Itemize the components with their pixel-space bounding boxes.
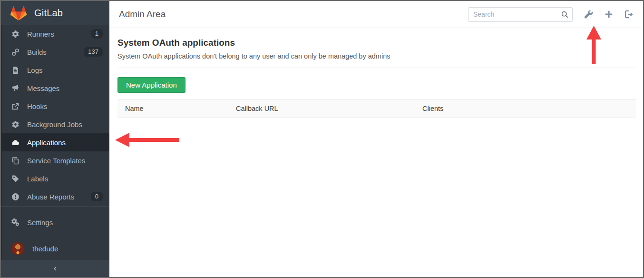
gitlab-admin-window: GitLab Runners1Builds137LogsMessagesHook… xyxy=(0,0,644,278)
content-divider xyxy=(117,68,636,68)
sidebar-item-labels[interactable]: Labels xyxy=(1,169,109,188)
username: thedude xyxy=(32,245,58,253)
section-description: System OAuth applications don't belong t… xyxy=(117,52,636,60)
copy-icon xyxy=(11,157,20,165)
plus-icon xyxy=(604,10,614,19)
new-application-button[interactable]: New Application xyxy=(117,77,185,93)
count-badge: 1 xyxy=(91,29,103,39)
bullhorn-icon xyxy=(11,84,20,92)
chevron-left-icon xyxy=(52,266,59,272)
cloud-icon xyxy=(11,139,20,147)
current-user[interactable]: thedude xyxy=(1,239,109,258)
sidebar-item-label: Messages xyxy=(27,84,103,92)
count-badge: 137 xyxy=(84,47,103,57)
search-icon xyxy=(561,10,569,19)
sidebar-item-label: Abuse Reports xyxy=(27,193,91,201)
sidebar-item-label: Service Templates xyxy=(27,157,103,165)
header-actions xyxy=(468,7,643,22)
sidebar-item-label: Logs xyxy=(27,66,103,74)
sidebar-item-label: Hooks xyxy=(27,102,103,110)
sidebar-item-label: Labels xyxy=(27,175,103,183)
file-icon xyxy=(11,66,20,74)
tag-icon xyxy=(11,175,20,183)
section-heading: System OAuth applications xyxy=(117,38,636,48)
tanuki-icon xyxy=(10,5,27,21)
search-input[interactable] xyxy=(468,7,573,22)
sidebar-item-label: Builds xyxy=(27,48,84,56)
gitlab-logo[interactable]: GitLab xyxy=(1,1,109,25)
top-header: Admin Area xyxy=(109,1,643,28)
column-header-clients: Clients xyxy=(422,105,636,112)
applications-table-header: NameCallback URLClients xyxy=(117,99,636,118)
search-box xyxy=(468,7,573,22)
sidebar-item-abuse-reports[interactable]: Abuse Reports0 xyxy=(1,188,109,206)
sidebar-item-label: Settings xyxy=(27,218,103,227)
sidebar-item-applications[interactable]: Applications xyxy=(1,133,109,151)
sidebar-item-label: Applications xyxy=(27,139,103,147)
sidebar-item-label: Runners xyxy=(27,30,91,38)
sidebar-item-runners[interactable]: Runners1 xyxy=(1,25,109,43)
gear-icon xyxy=(11,30,20,38)
sidebar-item-service-templates[interactable]: Service Templates xyxy=(1,151,109,169)
sidebar-item-label: Background Jobs xyxy=(27,120,103,129)
gears-icon xyxy=(11,218,20,227)
main-content: System OAuth applications System OAuth a… xyxy=(109,28,643,277)
wrench-button[interactable] xyxy=(583,9,595,20)
sidebar-item-settings[interactable]: Settings xyxy=(1,213,109,231)
sidebar-nav: Runners1Builds137LogsMessagesHooksBackgr… xyxy=(1,25,109,258)
column-header-name: Name xyxy=(117,105,236,112)
sign-out-button[interactable] xyxy=(623,9,634,20)
avatar xyxy=(11,242,24,255)
links-icon xyxy=(11,48,20,56)
sidebar-item-builds[interactable]: Builds137 xyxy=(1,43,109,61)
sidebar-item-messages[interactable]: Messages xyxy=(1,79,109,97)
sidebar-divider xyxy=(1,206,109,207)
sidebar: GitLab Runners1Builds137LogsMessagesHook… xyxy=(1,1,109,277)
sidebar-item-hooks[interactable]: Hooks xyxy=(1,97,109,115)
sign-out-icon xyxy=(624,10,634,19)
wrench-icon xyxy=(584,10,594,19)
sidebar-item-logs[interactable]: Logs xyxy=(1,61,109,79)
alert-circle-icon xyxy=(11,193,20,201)
external-link-icon xyxy=(11,102,20,110)
count-badge: 0 xyxy=(91,192,103,201)
sidebar-collapse-button[interactable] xyxy=(1,260,109,277)
page-title: Admin Area xyxy=(119,9,468,20)
gitlab-logo-text: GitLab xyxy=(34,8,63,19)
plus-button[interactable] xyxy=(603,9,615,20)
column-header-callback-url: Callback URL xyxy=(236,105,422,112)
sidebar-item-background-jobs[interactable]: Background Jobs xyxy=(1,115,109,133)
gear-icon xyxy=(11,120,20,129)
